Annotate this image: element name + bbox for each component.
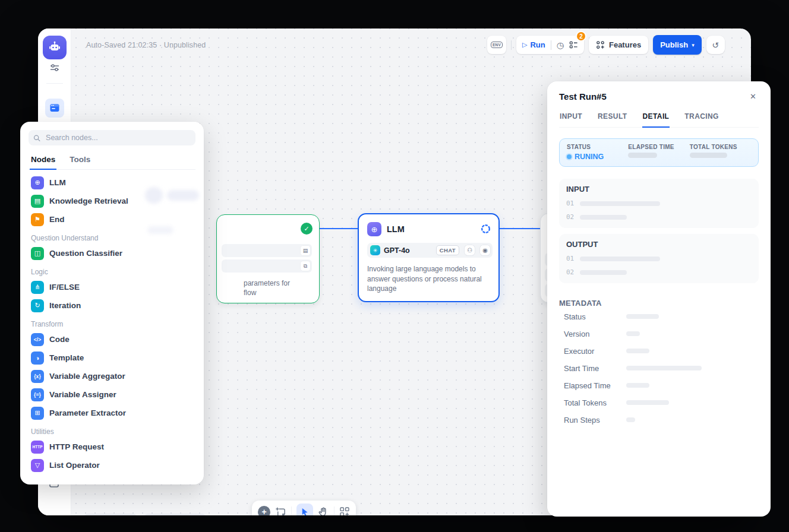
close-icon[interactable]: ✕: [747, 91, 759, 102]
node-item-iteration[interactable]: ↻ Iteration: [29, 296, 195, 315]
llm-node[interactable]: ⊕ LLM ✳ GPT-4o CHAT ⚇ ◉ Invoking large l…: [358, 213, 500, 302]
tab-tracing[interactable]: TRACING: [684, 112, 719, 127]
topbar-divider: [511, 40, 512, 50]
workflow-canvas-tab[interactable]: [45, 99, 64, 118]
search-input[interactable]: [45, 133, 191, 142]
value-placeholder: [626, 400, 669, 405]
tokens-placeholder: [690, 153, 727, 158]
section-transform: Transform: [31, 320, 193, 328]
elapsed-placeholder: [628, 153, 657, 158]
vision-eye-icon: ◉: [480, 245, 490, 255]
top-controls: ENV ▷ Run ◷ 2: [487, 35, 725, 55]
checklist-icon[interactable]: [569, 40, 578, 49]
sidebar-divider: [46, 83, 63, 84]
chat-mode-badge: CHAT: [436, 245, 459, 255]
classifier-icon: ◫: [31, 247, 44, 260]
value-placeholder: [626, 417, 635, 422]
run-status-card: STATUS RUNING ELAPSED TIME TOTAL TOKENS: [559, 138, 759, 167]
llm-node-description: Invoking large language models to answer…: [367, 264, 493, 294]
running-dot-icon: [567, 154, 572, 159]
hand-icon: [318, 506, 329, 516]
value-placeholder: [626, 314, 659, 319]
edge-llm-to-end: [500, 228, 544, 229]
tab-input[interactable]: INPUT: [559, 112, 583, 127]
features-button[interactable]: Features: [589, 36, 648, 54]
toolbar-divider: [334, 506, 334, 515]
autosave-status: Auto-Saved 21:02:35 · Unpublished: [86, 41, 206, 49]
robot-capability-icon: ⚇: [465, 245, 475, 255]
status-value: RUNING: [575, 153, 604, 161]
start-node-field-row[interactable]: ▤: [222, 244, 312, 257]
code-icon: </>: [31, 333, 44, 346]
publish-button[interactable]: Publish ▾: [653, 35, 701, 55]
node-item-if-else[interactable]: ⋔ IF/ELSE: [29, 278, 195, 296]
node-item-parameter-extractor[interactable]: ⊞ Parameter Extractor: [29, 404, 195, 422]
tab-detail[interactable]: DETAIL: [642, 112, 670, 128]
node-item-variable-assigner[interactable]: {=} Variable Assigner: [29, 385, 195, 404]
blurred-placeholder: [167, 190, 199, 201]
line-number: 02: [566, 268, 574, 276]
pointer-tool-button[interactable]: [296, 504, 313, 515]
history-icon: ↺: [712, 41, 719, 49]
node-panel-tabs: Nodes Tools: [29, 151, 195, 170]
branch-icon: ⋔: [31, 281, 44, 294]
run-label: Run: [530, 40, 545, 49]
run-group-divider: [551, 40, 551, 50]
output-card: OUTPUT 01 02: [559, 234, 759, 283]
node-item-question-classifier[interactable]: ◫ Question Classifier: [29, 244, 195, 262]
output-placeholder-bar: [580, 270, 627, 275]
output-title: OUTPUT: [566, 240, 752, 249]
hand-tool-button[interactable]: [318, 506, 329, 516]
node-search-panel: Nodes Tools ⊕ LLM ▤ Knowledge Retrieval …: [20, 122, 204, 484]
blurred-control-pill: [144, 514, 206, 515]
blurred-placeholder: [145, 187, 163, 204]
tab-result[interactable]: RESULT: [597, 112, 628, 127]
toolbar-divider: [291, 506, 292, 515]
checklist-count-badge: 2: [576, 31, 586, 42]
metadata-row: Status: [559, 308, 759, 325]
node-item-template[interactable]: ◑ Template: [29, 349, 195, 367]
node-item-http-request[interactable]: HTTP HTTP Request: [29, 438, 195, 456]
window-icon: [49, 103, 60, 113]
run-button[interactable]: ▷ Run: [522, 40, 545, 49]
http-icon: HTTP: [31, 441, 44, 454]
app-robot-icon[interactable]: [43, 36, 67, 59]
layout-grid-icon: [339, 506, 350, 515]
value-placeholder: [626, 366, 702, 370]
features-label: Features: [609, 40, 641, 49]
metadata-row: Executor: [559, 343, 759, 359]
node-item-code[interactable]: </> Code: [29, 330, 195, 349]
node-item-variable-aggregator[interactable]: {x} Variable Aggregator: [29, 367, 195, 385]
book-icon: ▤: [31, 195, 44, 208]
value-placeholder: [626, 331, 640, 336]
cursor-pointer-icon: [300, 507, 310, 516]
preferences-sliders-icon[interactable]: [49, 62, 61, 74]
blurred-zoom-pill: [84, 514, 137, 515]
node-item-list-operator[interactable]: ▽ List Operator: [29, 456, 195, 474]
section-question-understand: Question Understand: [31, 234, 193, 242]
tab-tools[interactable]: Tools: [68, 151, 91, 169]
add-note-button[interactable]: [275, 506, 286, 516]
history-button[interactable]: ↺: [706, 36, 725, 54]
organize-nodes-button[interactable]: [339, 506, 350, 515]
start-node[interactable]: ✓ ▤ ⧉ parameters for flow: [216, 214, 320, 303]
tab-nodes[interactable]: Nodes: [30, 151, 56, 170]
line-number: 01: [566, 255, 574, 262]
env-button[interactable]: ENV: [487, 36, 506, 54]
start-node-field-row[interactable]: ⧉: [222, 259, 312, 273]
model-selector[interactable]: ✳ GPT-4o CHAT ⚇ ◉: [367, 243, 493, 258]
input-placeholder-bar: [580, 215, 627, 220]
metadata-row: Start Time: [559, 360, 759, 376]
run-group: ▷ Run ◷ 2: [516, 36, 584, 54]
publish-label: Publish: [660, 40, 688, 49]
node-item-llm[interactable]: ⊕ LLM: [29, 173, 195, 192]
test-run-panel: Test Run#5 ✕ INPUT RESULT DETAIL TRACING…: [547, 81, 771, 517]
status-label: STATUS: [567, 144, 628, 150]
search-box[interactable]: [29, 130, 195, 145]
timer-icon[interactable]: ◷: [557, 41, 564, 49]
variable-assign-icon: {=}: [31, 388, 44, 401]
chevron-down-icon: ▾: [692, 42, 695, 48]
llm-node-title: LLM: [387, 224, 405, 234]
metadata-row: Total Tokens: [559, 394, 759, 411]
add-node-button[interactable]: +: [258, 506, 270, 516]
